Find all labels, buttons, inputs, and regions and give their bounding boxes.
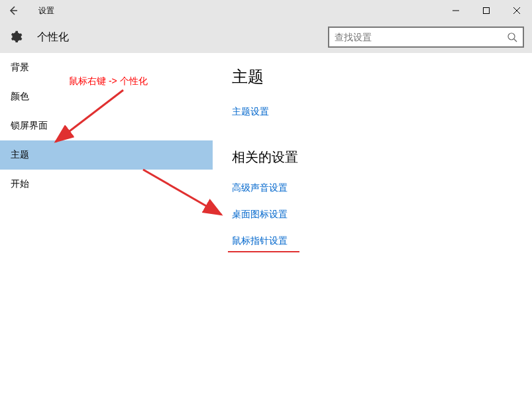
search-icon-wrap[interactable] xyxy=(502,32,523,42)
close-button[interactable] xyxy=(502,0,532,21)
minimize-icon xyxy=(452,7,459,14)
sidebar-item-label: 主题 xyxy=(11,149,29,161)
search-icon xyxy=(507,32,517,42)
window-controls xyxy=(441,0,532,21)
sidebar-item-themes[interactable]: 主题 xyxy=(0,140,213,170)
search-input[interactable] xyxy=(329,32,502,42)
back-button[interactable] xyxy=(0,0,27,21)
link-desktop-icons[interactable]: 桌面图标设置 xyxy=(232,209,532,221)
sidebar: 背景 颜色 锁屏界面 主题 开始 xyxy=(0,53,213,418)
body-area: 背景 颜色 锁屏界面 主题 开始 主题 主题设置 相关的设置 高级声音设置 桌面… xyxy=(0,53,532,418)
search-box[interactable] xyxy=(328,26,524,48)
sidebar-item-label: 锁屏界面 xyxy=(11,120,48,132)
sidebar-item-background[interactable]: 背景 xyxy=(0,53,213,82)
settings-gear[interactable] xyxy=(0,21,32,53)
svg-point-5 xyxy=(508,33,515,40)
maximize-button[interactable] xyxy=(471,0,502,21)
section-heading-related: 相关的设置 xyxy=(232,148,532,166)
link-advanced-sound[interactable]: 高级声音设置 xyxy=(232,182,532,194)
svg-line-6 xyxy=(514,39,517,42)
section-heading-themes: 主题 xyxy=(232,66,532,87)
svg-rect-2 xyxy=(484,8,490,14)
arrow-left-icon xyxy=(8,5,19,16)
close-icon xyxy=(513,7,520,14)
gear-icon xyxy=(9,30,23,44)
sidebar-item-colors[interactable]: 颜色 xyxy=(0,82,213,111)
sidebar-item-label: 开始 xyxy=(11,178,29,190)
link-theme-settings[interactable]: 主题设置 xyxy=(232,106,532,118)
page-title: 个性化 xyxy=(37,30,69,44)
link-mouse-pointer[interactable]: 鼠标指针设置 xyxy=(232,235,532,247)
window-title: 设置 xyxy=(27,5,54,17)
headerbar: 个性化 xyxy=(0,21,532,53)
minimize-button[interactable] xyxy=(441,0,471,21)
maximize-icon xyxy=(483,7,490,14)
sidebar-item-label: 颜色 xyxy=(11,91,29,103)
content-pane: 主题 主题设置 相关的设置 高级声音设置 桌面图标设置 鼠标指针设置 xyxy=(213,53,532,418)
sidebar-item-lockscreen[interactable]: 锁屏界面 xyxy=(0,111,213,140)
sidebar-item-start[interactable]: 开始 xyxy=(0,170,213,199)
titlebar: 设置 xyxy=(0,0,532,21)
sidebar-item-label: 背景 xyxy=(11,62,29,74)
